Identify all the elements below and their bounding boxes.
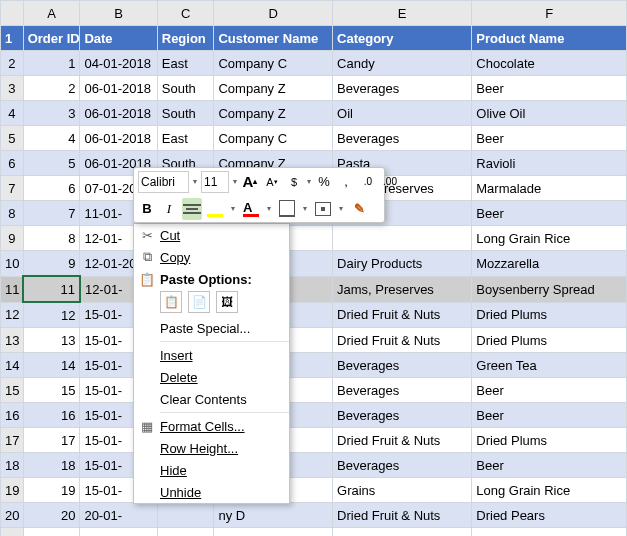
cell[interactable]: ny D [214,503,333,528]
row-header[interactable]: 2 [1,51,24,76]
cell[interactable]: Dried Pears [472,503,627,528]
paste-option-values[interactable]: 📄 [188,291,210,313]
cell[interactable]: Beverages [333,403,472,428]
cell[interactable]: 14 [23,353,80,378]
cell[interactable]: Long Grain Rice [472,226,627,251]
cell[interactable]: Dried Fruit & Nuts [333,328,472,353]
cell[interactable]: 4 [23,126,80,151]
cell[interactable]: Olive Oil [472,101,627,126]
paste-option-default[interactable]: 📋 [160,291,182,313]
italic-icon[interactable]: I [160,199,178,219]
cell[interactable]: Beer [472,453,627,478]
row-header[interactable]: 20 [1,503,24,528]
col-header-E[interactable]: E [333,1,472,26]
menu-unhide[interactable]: Unhide [134,481,289,503]
spreadsheet-grid[interactable]: A B C D E F 1Order IDDateRegionCustomer … [0,0,627,536]
col-header-F[interactable]: F [472,1,627,26]
row-header[interactable]: 17 [1,428,24,453]
cell[interactable]: 17 [23,428,80,453]
row-header[interactable]: 7 [1,176,24,201]
menu-delete[interactable]: Delete [134,366,289,388]
cell[interactable]: Beer [472,378,627,403]
cell[interactable]: Company Z [214,76,333,101]
merge-dropdown-icon[interactable]: ▾ [336,199,346,219]
menu-hide[interactable]: Hide [134,459,289,481]
cell[interactable]: Oil [333,101,472,126]
cell[interactable] [333,226,472,251]
increase-font-icon[interactable]: A▴ [241,172,259,192]
menu-row-height[interactable]: Row Height... [134,437,289,459]
cell[interactable]: 6 [23,176,80,201]
font-size-dropdown-icon[interactable]: ▾ [233,172,237,192]
col-header-C[interactable]: C [157,1,214,26]
cell[interactable]: East [157,126,214,151]
row-header[interactable]: 9 [1,226,24,251]
increase-decimal-icon[interactable]: .00 [381,172,399,192]
cell[interactable]: Marmalade [472,176,627,201]
borders-icon[interactable] [278,199,296,219]
cell[interactable] [157,503,214,528]
cell[interactable]: Dried Plums [472,428,627,453]
cell[interactable]: 20 [23,503,80,528]
cell[interactable]: Boysenberry Spread [472,276,627,302]
row-header[interactable]: 8 [1,201,24,226]
header-cell[interactable]: Customer Name [214,26,333,51]
cell[interactable]: 11 [23,276,80,302]
col-header-D[interactable]: D [214,1,333,26]
row-header[interactable]: 18 [1,453,24,478]
cell[interactable]: Beverages [333,353,472,378]
cell[interactable]: Company Z [214,101,333,126]
font-color-icon[interactable]: A [242,199,260,219]
cell[interactable]: 19 [23,478,80,503]
cell[interactable]: Company C [214,51,333,76]
cell[interactable]: Beverages [333,378,472,403]
row-header[interactable]: 14 [1,353,24,378]
cell[interactable]: 5 [23,151,80,176]
cell[interactable]: East [157,51,214,76]
select-all-corner[interactable] [1,1,24,26]
row-header[interactable]: 21 [1,528,24,537]
cell[interactable]: 20-01- [80,503,157,528]
menu-cut[interactable]: ✂ Cut [134,224,289,246]
cell[interactable]: Beverages [333,126,472,151]
align-left-icon[interactable] [182,198,202,220]
header-cell[interactable]: Date [80,26,157,51]
font-color-dropdown-icon[interactable]: ▾ [264,199,274,219]
cell[interactable]: Green Tea [472,353,627,378]
cell[interactable]: Dried Apples [472,528,627,537]
row-header[interactable]: 19 [1,478,24,503]
row-header[interactable]: 12 [1,302,24,328]
col-header-B[interactable]: B [80,1,157,26]
comma-format-icon[interactable]: , [337,172,355,192]
cell[interactable] [157,528,214,537]
cell[interactable]: Ravioli [472,151,627,176]
cell[interactable]: 06-01-2018 [80,76,157,101]
cell[interactable]: Beer [472,126,627,151]
row-header[interactable]: 11 [1,276,24,302]
cell[interactable]: 3 [23,101,80,126]
cell[interactable]: 2 [23,76,80,101]
row-header[interactable]: 4 [1,101,24,126]
cell[interactable]: 18 [23,453,80,478]
font-name-dropdown-icon[interactable]: ▾ [193,172,197,192]
cell[interactable]: Jams, Preserves [333,276,472,302]
font-name-input[interactable] [138,171,189,193]
cell[interactable]: 12 [23,302,80,328]
row-header[interactable]: 6 [1,151,24,176]
font-size-input[interactable] [201,171,229,193]
fill-color-icon[interactable] [206,199,224,219]
cell[interactable]: Company C [214,126,333,151]
cell[interactable]: Candy [333,51,472,76]
cell[interactable]: South [157,101,214,126]
row-header[interactable]: 13 [1,328,24,353]
fill-color-dropdown-icon[interactable]: ▾ [228,199,238,219]
menu-copy[interactable]: ⧉ Copy [134,246,289,268]
decrease-decimal-icon[interactable]: .0 [359,172,377,192]
cell[interactable]: Dried Plums [472,328,627,353]
cell[interactable]: 13 [23,328,80,353]
cell[interactable]: 8 [23,226,80,251]
header-cell[interactable]: Category [333,26,472,51]
header-cell[interactable]: Region [157,26,214,51]
row-header[interactable]: 3 [1,76,24,101]
accounting-format-icon[interactable]: $ [285,172,303,192]
